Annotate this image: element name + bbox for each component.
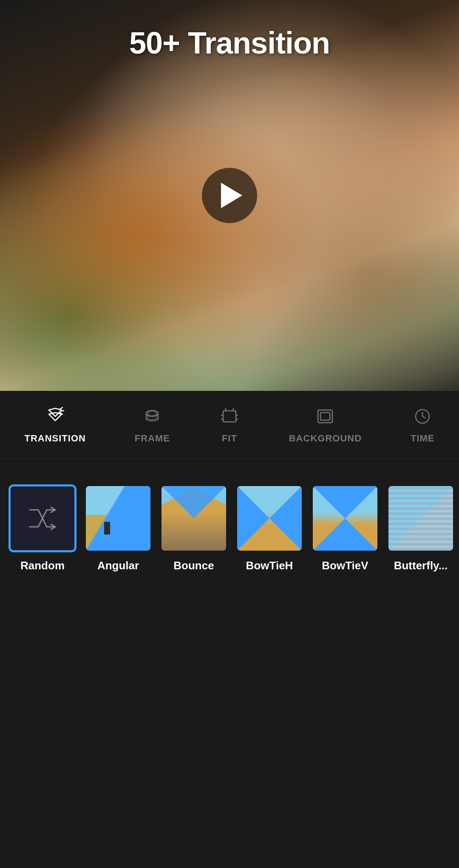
toolbar-item-background[interactable]: BACKGROUND <box>280 401 370 448</box>
transition-label-bowtieV: BowTieV <box>322 559 368 572</box>
toolbar-item-time[interactable]: TIME <box>402 401 443 448</box>
svg-rect-7 <box>320 413 330 420</box>
transition-item-bounce[interactable]: Bounce <box>160 484 228 572</box>
transitions-section: Random Angular <box>0 459 459 606</box>
transition-label-random: Random <box>20 559 65 572</box>
toolbar-item-frame[interactable]: FRAME <box>126 401 178 448</box>
transition-label: TRANSITION <box>24 433 85 444</box>
fit-label: FIT <box>222 433 237 444</box>
time-label: TIME <box>411 433 435 444</box>
play-icon <box>221 183 242 208</box>
transition-label-angular: Angular <box>97 559 139 572</box>
transition-icon <box>45 406 66 427</box>
transition-item-bowtieH[interactable]: BowTieH <box>235 484 303 572</box>
background-icon <box>314 406 336 427</box>
time-icon <box>412 406 433 427</box>
transition-thumb-bowtieH <box>235 484 303 552</box>
transition-label-bounce: Bounce <box>173 559 214 572</box>
transition-thumb-bowtieV <box>311 484 379 552</box>
shuffle-icon <box>26 501 60 535</box>
transition-thumb-angular <box>84 484 152 552</box>
transition-thumb-random <box>8 484 76 552</box>
fit-icon <box>219 406 240 427</box>
transitions-scroll: Random Angular <box>0 476 459 581</box>
transition-label-bowtieH: BowTieH <box>246 559 293 572</box>
transition-thumb-butterfly <box>387 484 455 552</box>
toolbar-item-fit[interactable]: FIT <box>210 401 249 448</box>
transition-item-butterfly[interactable]: Butterfly... <box>387 484 455 572</box>
svg-line-0 <box>60 407 62 409</box>
transition-thumb-bounce <box>160 484 228 552</box>
toolbar-item-transition[interactable]: TRANSITION <box>16 401 94 448</box>
play-button[interactable] <box>202 168 257 223</box>
transition-item-random[interactable]: Random <box>8 484 76 572</box>
frame-icon <box>142 406 163 427</box>
transition-label-butterfly: Butterfly... <box>394 559 448 572</box>
transition-item-angular[interactable]: Angular <box>84 484 152 572</box>
background-label: BACKGROUND <box>289 433 362 444</box>
toolbar: TRANSITION FRAME FIT <box>0 391 459 459</box>
svg-point-4 <box>148 411 156 416</box>
transition-item-bowtieV[interactable]: BowTieV <box>311 484 379 572</box>
video-title: 50+ Transition <box>0 25 459 60</box>
svg-rect-5 <box>223 411 236 422</box>
frame-label: FRAME <box>135 433 170 444</box>
video-preview: 50+ Transition <box>0 0 459 391</box>
